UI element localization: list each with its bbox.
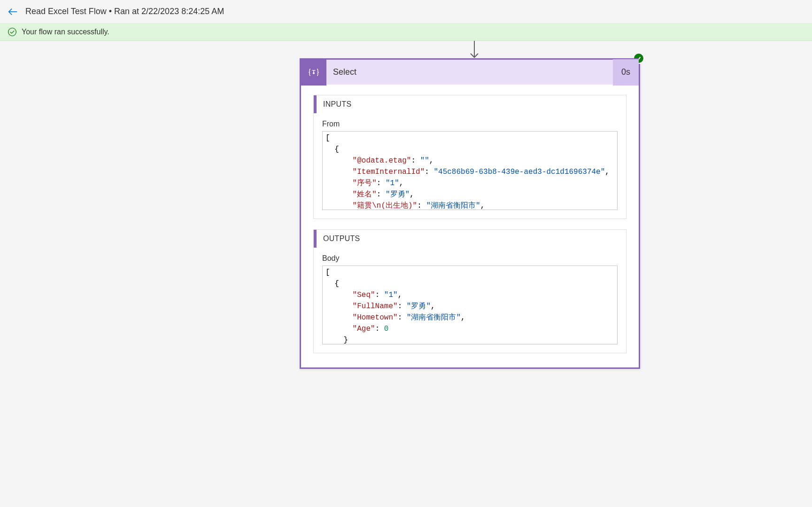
svg-point-3 — [313, 72, 315, 74]
arrow-down-icon — [469, 41, 480, 60]
svg-point-1 — [8, 28, 16, 36]
success-message: Your flow ran successfully. — [22, 28, 109, 36]
outputs-section: OUTPUTS Body [ { "Seq": "1", "FullName":… — [313, 229, 626, 353]
from-label: From — [322, 120, 618, 128]
data-operation-icon — [301, 59, 326, 86]
arrow-left-icon — [8, 7, 18, 17]
checkmark-circle-icon — [8, 27, 17, 37]
body-value-textarea[interactable]: [ { "Seq": "1", "FullName": "罗勇", "Homet… — [322, 265, 618, 344]
back-button[interactable] — [8, 7, 18, 17]
page-header: Read Excel Test Flow • Ran at 2/22/2023 … — [0, 0, 812, 23]
body-label: Body — [322, 254, 618, 263]
card-duration: 0s — [613, 59, 639, 86]
flow-connector-arrow — [469, 41, 480, 60]
from-value-textarea[interactable]: [ { "@odata.etag": "", "ItemInternalId":… — [322, 131, 618, 210]
flow-canvas[interactable]: Select 0s INPUTS From [ { "@odata.etag":… — [0, 41, 812, 507]
action-card-select[interactable]: Select 0s INPUTS From [ { "@odata.etag":… — [300, 58, 640, 369]
outputs-header: OUTPUTS — [314, 230, 626, 248]
inputs-section: INPUTS From [ { "@odata.etag": "", "Item… — [313, 95, 626, 219]
card-header[interactable]: Select 0s — [301, 58, 639, 85]
page-title: Read Excel Test Flow • Ran at 2/22/2023 … — [25, 7, 224, 16]
card-title: Select — [326, 67, 613, 77]
card-body: INPUTS From [ { "@odata.etag": "", "Item… — [301, 85, 639, 367]
inputs-header: INPUTS — [314, 95, 626, 113]
success-banner: Your flow ran successfully. — [0, 23, 812, 41]
